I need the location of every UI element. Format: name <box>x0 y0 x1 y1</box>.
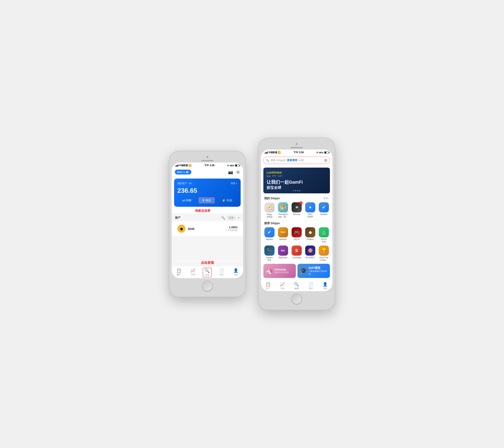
promo-defi[interactable]: 🎓 DeFi课堂 汇聚全网最火DeFi教程 <box>297 264 330 278</box>
rec-dmdfinance[interactable]: 👷 Dmd.Finance(钻… <box>318 246 330 261</box>
rec-dapps-title: 推荐 DApps <box>264 222 280 225</box>
dapp-pancake-icon: 🥞 <box>278 202 288 213</box>
nav2-mine[interactable]: 👤 我的 <box>321 281 330 290</box>
bounce-badge: 3 <box>299 201 303 205</box>
discovery-search-bar[interactable]: 🔍 搜索 DApp或 搜索薄饼 玩耍 ⊞ <box>263 157 330 164</box>
receive-annotation-wrapper: 收款点这里 <box>172 209 243 214</box>
nav-assets-icon: 📋 <box>176 268 181 273</box>
nav-mine[interactable]: 👤 我的 <box>231 268 240 277</box>
search-placeholder: 搜索 <box>229 216 234 219</box>
rec-justswap-icon: S <box>291 246 302 256</box>
receive-icon: ⬇ <box>202 198 205 202</box>
rec-bethash-name: Bethash <box>279 238 287 241</box>
receive-annotation-text: 收款点这里 <box>175 209 240 213</box>
camera-icon[interactable]: 📷 <box>228 170 233 175</box>
my-dapps-more-text: 更多 <box>324 197 328 200</box>
battery-sym-2: ⊙ <box>316 151 318 154</box>
status-bar-1: 中国联通 📶 下午 3:26 ⊙ 46% <box>172 162 243 168</box>
uniswap-subtitle: DeFi牛市发动机 <box>274 271 289 274</box>
rec-bluebet[interactable]: 🎯 BLUEBET <box>304 246 316 261</box>
flash-btn[interactable]: ⚡ 闪兑 <box>218 197 235 203</box>
assets-header: BSC-1 ▶ 📷 ⊞ <box>172 168 243 177</box>
rec-felix[interactable]: 🎮 FELIX <box>290 227 303 243</box>
nav2-news-label: 资讯 <box>309 287 313 290</box>
rec-dfs-name: DFS大丰收 <box>321 238 327 243</box>
nav-annotation-text: 点击发现 <box>172 261 243 265</box>
rec-newdex[interactable]: ✔ Newdex <box>263 227 275 243</box>
rec-justswap[interactable]: S JustSwap <box>290 246 303 261</box>
nav-market-label: 市场 <box>191 273 195 276</box>
qr-icon[interactable]: ⊞ <box>236 170 240 175</box>
scan-icon[interactable]: ⊞ <box>324 158 327 162</box>
uniswap-title: Uniswap <box>274 268 289 271</box>
dapp-pancake[interactable]: 🥞 PancakeSwap（薄… <box>277 202 289 218</box>
bottom-nav-1: 📋 资产 📈 市场 🔍 发现 📄 资讯 👤 我的 <box>172 266 243 278</box>
rec-dmdfinance-icon: 👷 <box>319 246 329 256</box>
dapp-browser-icon: 🧭 <box>264 202 274 213</box>
nav-news-label: 资讯 <box>219 273 224 276</box>
search-placeholder-text: 搜索 DApp或 <box>270 159 286 162</box>
status-right-1: ⊙ 46% <box>227 164 239 167</box>
rec-felix-icon: 🎮 <box>291 227 302 237</box>
nav-mine-icon: 👤 <box>233 268 238 273</box>
dapp-newdex[interactable]: ✔ Newdex <box>318 202 330 218</box>
rec-defibox[interactable]: ◆ Defibox <box>304 227 316 243</box>
banner-tags: 游戏 NFT DeFi <box>267 175 327 178</box>
nav2-news[interactable]: 📄 资讯 <box>306 281 316 290</box>
nav-market[interactable]: 📈 市场 <box>188 268 198 277</box>
nav2-discover-label: 发现 <box>295 287 299 290</box>
nav-news[interactable]: 📄 资讯 <box>217 268 226 277</box>
battery-icon-2 <box>324 151 329 154</box>
receive-btn[interactable]: ⬇ 收款 <box>198 197 215 203</box>
search-box[interactable]: 搜索 <box>227 215 236 220</box>
nav-news-icon: 📄 <box>219 268 224 273</box>
spacer-1 <box>172 236 243 260</box>
phone-2: 中国联通 📶 下午 3:26 ⊙ 46% 🔍 搜索 DApp或 搜索薄饼 <box>258 138 335 310</box>
asset-amount: 236.65 <box>177 187 237 194</box>
signal-icon-2 <box>265 152 268 154</box>
nav2-market[interactable]: 📈 市场 <box>278 281 287 290</box>
asset-detail: 详情 > <box>231 182 237 185</box>
asset-card-top: 我的资产（¥） 详情 > <box>177 182 237 185</box>
add-asset-btn[interactable]: + <box>237 215 240 220</box>
home-btn-1[interactable] <box>202 281 213 291</box>
rec-dfs[interactable]: △ DFS大丰收 <box>318 227 330 243</box>
phone-1-bottom <box>172 278 243 294</box>
status-left-2: 中国联通 📶 <box>265 151 281 154</box>
bsc-badge[interactable]: BSC-1 ▶ <box>175 170 191 175</box>
dapp-bscswap[interactable]: ♦ BSCSWAP <box>304 202 316 218</box>
rec-golden[interactable]: 🐂 GoldenBull <box>263 246 275 261</box>
transfer-btn[interactable]: ⇄ 转账 <box>179 197 195 203</box>
rec-bethash[interactable]: Bet# Bethash <box>277 227 289 243</box>
nav2-assets[interactable]: 📋 资产 <box>264 281 273 290</box>
home-btn-2[interactable] <box>291 294 302 304</box>
nav2-assets-label: 资产 <box>266 287 270 290</box>
nav2-discover[interactable]: 🔍 发现 <box>292 281 301 290</box>
rec-justswap-name: JustSwap <box>292 256 301 259</box>
header-icons: 📷 ⊞ <box>228 170 240 175</box>
bnb-values: 1.4963 ≈ ¥ 236.65 <box>226 226 237 232</box>
discovery-banner[interactable]: LootGlobal 游戏 NFT DeFi 让我们一起GamFi 掠宝全球 <box>263 168 330 193</box>
nav2-mine-icon: 👤 <box>323 282 328 287</box>
defi-subtitle: 汇聚全网最火DeFi教程 <box>309 270 327 276</box>
signal-bar-2-4 <box>267 152 268 154</box>
uniswap-icon: 🦄 <box>266 268 273 274</box>
dapp-bounce[interactable]: ≋ 3 Bounce <box>290 202 303 218</box>
rec-felix-name: FELIX <box>294 238 300 241</box>
promo-uniswap[interactable]: 🦄 Uniswap DeFi牛市发动机 <box>263 264 296 278</box>
my-dapps-more[interactable]: 更多 › <box>324 197 329 200</box>
bsc-label: BSC-1 <box>177 171 185 174</box>
banner-subtitle: 掠宝全球 <box>267 185 327 190</box>
dapp-browser[interactable]: 🧭 DApp浏览器 <box>263 202 275 218</box>
asset-item-bnb[interactable]: ◆ BNB 1.4963 ≈ ¥ 236.65 <box>174 222 241 235</box>
bsc-arrow-icon: ▶ <box>186 170 189 174</box>
defi-icon: 🎓 <box>300 268 307 274</box>
dapp-bscswap-icon: ♦ <box>305 202 315 213</box>
rec-biggame[interactable]: BIG BigGame <box>277 246 289 261</box>
nav-market-icon: 📈 <box>191 268 196 273</box>
promo-banners: 🦄 Uniswap DeFi牛市发动机 🎓 DeFi课堂 汇聚全网最火DeFi教… <box>261 263 332 280</box>
nav-assets[interactable]: 📋 资产 <box>174 268 183 277</box>
rec-biggame-icon: BIG <box>278 246 288 256</box>
nav-discover[interactable]: 🔍 发现 <box>203 268 212 277</box>
rec-biggame-name: BigGame <box>279 256 287 259</box>
